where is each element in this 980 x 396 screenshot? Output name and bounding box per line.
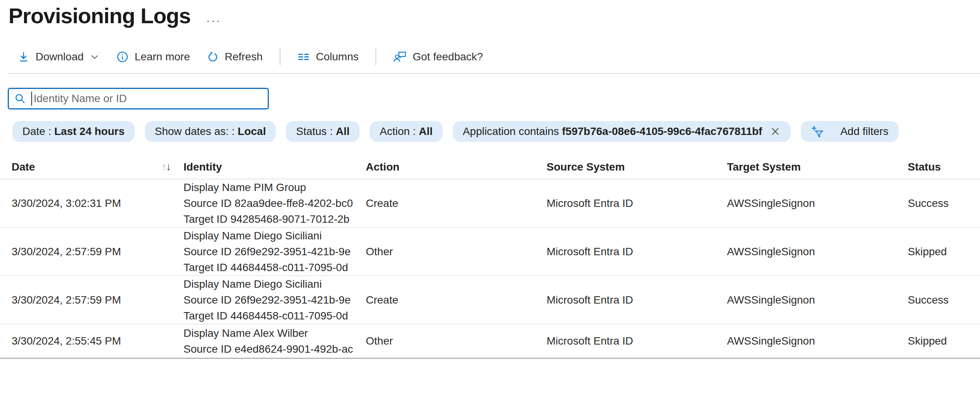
- cell-identity: Display Name Alex Wilber Source ID e4ed8…: [183, 324, 366, 358]
- filter-label: Date :: [22, 125, 54, 138]
- identity-target-id: Target ID 44684458-c011-7095-0d: [183, 308, 366, 324]
- provisioning-logs-table: Date ↑↓ Identity Action Source System Ta…: [0, 155, 980, 359]
- column-header-date[interactable]: Date ↑↓: [0, 155, 183, 179]
- identity-source-id: Source ID 26f9e292-3951-421b-9e: [183, 244, 366, 259]
- log-row[interactable]: 3/30/2024, 2:55:45 PM Display Name Alex …: [0, 324, 980, 358]
- cell-action: Other: [366, 227, 547, 276]
- refresh-label: Refresh: [225, 51, 263, 63]
- cell-date: 3/30/2024, 2:57:59 PM: [0, 276, 183, 324]
- identity-source-id: Source ID e4ed8624-9901-492b-ac: [183, 341, 366, 357]
- column-header-action[interactable]: Action: [366, 155, 547, 179]
- identity-target-id: Target ID 44684458-c011-7095-0d: [183, 259, 366, 275]
- search-input-wrapper: [8, 88, 269, 109]
- log-row[interactable]: 3/30/2024, 3:02:31 PM Display Name PIM G…: [0, 179, 980, 227]
- identity-display-name: Display Name Alex Wilber: [183, 325, 366, 341]
- refresh-icon: [207, 51, 219, 63]
- cell-date: 3/30/2024, 3:02:31 PM: [0, 179, 183, 227]
- identity-source-id: Source ID 26f9e292-3951-421b-9e: [183, 292, 366, 308]
- cell-status: Skipped: [908, 227, 980, 276]
- filter-value: All: [419, 125, 433, 138]
- download-icon: [18, 51, 29, 63]
- identity-display-name: Display Name PIM Group: [183, 179, 366, 195]
- filter-value: Local: [238, 125, 266, 138]
- feedback-icon: [393, 50, 406, 63]
- cell-source-system: Microsoft Entra ID: [547, 276, 727, 324]
- identity-display-name: Display Name Diego Siciliani: [183, 276, 366, 292]
- download-label: Download: [36, 51, 84, 63]
- provisioning-logs-page: Provisioning Logs ··· Download: [0, 0, 980, 359]
- filter-value: Last 24 hours: [54, 125, 124, 138]
- page-header: Provisioning Logs ···: [0, 0, 980, 28]
- filter-pill-status[interactable]: Status : All: [286, 121, 360, 142]
- filter-pill-application[interactable]: Application contains f597b76a-08e6-4105-…: [453, 121, 791, 142]
- cell-status: Skipped: [908, 324, 980, 358]
- toolbar-separator: [280, 48, 280, 65]
- cell-source-system: Microsoft Entra ID: [547, 324, 727, 358]
- toolbar-separator: [375, 48, 376, 65]
- filter-value: All: [336, 125, 350, 138]
- column-header-identity[interactable]: Identity: [183, 155, 366, 179]
- filter-pill-show-dates-as[interactable]: Show dates as: : Local: [145, 121, 276, 142]
- columns-button[interactable]: Columns: [297, 51, 358, 63]
- filter-bar: Date : Last 24 hours Show dates as: : Lo…: [12, 121, 980, 142]
- filter-pill-date[interactable]: Date : Last 24 hours: [12, 121, 135, 142]
- cell-identity: Display Name Diego Siciliani Source ID 2…: [183, 276, 366, 324]
- cell-target-system: AWSSingleSignon: [727, 227, 908, 276]
- learn-more-label: Learn more: [135, 51, 190, 63]
- toolbar: Download Learn more Refres: [18, 48, 980, 66]
- refresh-button[interactable]: Refresh: [207, 51, 263, 63]
- cell-identity: Display Name Diego Siciliani Source ID 2…: [183, 227, 366, 276]
- cell-target-system: AWSSingleSignon: [727, 179, 908, 227]
- search-icon: [14, 93, 26, 104]
- add-filters-button[interactable]: Add filters: [801, 121, 898, 142]
- cell-status: Success: [908, 179, 980, 227]
- identity-target-id: Target ID 94285468-9071-7012-2b: [183, 211, 366, 227]
- learn-more-button[interactable]: Learn more: [116, 51, 190, 63]
- text-caret: [31, 92, 32, 106]
- cell-identity: Display Name PIM Group Source ID 82aa9de…: [183, 179, 366, 227]
- remove-filter-close-icon[interactable]: [770, 126, 781, 137]
- add-filter-icon: [811, 101, 835, 162]
- add-filters-label: Add filters: [840, 125, 888, 138]
- page-title: Provisioning Logs: [8, 3, 190, 28]
- download-button[interactable]: Download: [18, 51, 99, 63]
- filter-label: Show dates as: :: [155, 125, 238, 138]
- column-label: Date: [12, 161, 35, 173]
- filter-label: Application contains: [463, 125, 562, 138]
- filter-pill-action[interactable]: Action : All: [370, 121, 443, 142]
- identity-display-name: Display Name Diego Siciliani: [183, 228, 366, 244]
- got-feedback-button[interactable]: Got feedback?: [393, 50, 483, 63]
- cell-date: 3/30/2024, 2:55:45 PM: [0, 324, 183, 358]
- columns-label: Columns: [316, 51, 358, 63]
- column-header-status[interactable]: Status: [908, 155, 980, 179]
- sort-icon: ↑↓: [161, 161, 170, 173]
- cell-action: Other: [366, 324, 547, 358]
- cell-action: Create: [366, 179, 547, 227]
- chevron-down-icon: [90, 52, 99, 61]
- cell-target-system: AWSSingleSignon: [727, 276, 908, 324]
- toolbar-divider: [8, 73, 980, 74]
- filter-label: Action :: [380, 125, 419, 138]
- more-menu-button[interactable]: ···: [206, 15, 221, 26]
- identity-source-id: Source ID 82aa9dee-ffe8-4202-bc0: [183, 195, 366, 211]
- cell-status: Success: [908, 276, 980, 324]
- feedback-label: Got feedback?: [413, 51, 483, 63]
- filter-value: f597b76a-08e6-4105-99c6-4fac767811bf: [562, 125, 762, 138]
- info-icon: [116, 51, 129, 63]
- column-header-source-system[interactable]: Source System: [547, 155, 727, 179]
- cell-source-system: Microsoft Entra ID: [547, 227, 727, 276]
- log-row[interactable]: 3/30/2024, 2:57:59 PM Display Name Diego…: [0, 227, 980, 276]
- filter-label: Status :: [296, 125, 336, 138]
- log-row[interactable]: 3/30/2024, 2:57:59 PM Display Name Diego…: [0, 276, 980, 324]
- cell-date: 3/30/2024, 2:57:59 PM: [0, 227, 183, 276]
- cell-source-system: Microsoft Entra ID: [547, 179, 727, 227]
- cell-target-system: AWSSingleSignon: [727, 324, 908, 358]
- search-input[interactable]: [34, 92, 262, 105]
- columns-icon: [297, 51, 310, 63]
- cell-action: Create: [366, 276, 547, 324]
